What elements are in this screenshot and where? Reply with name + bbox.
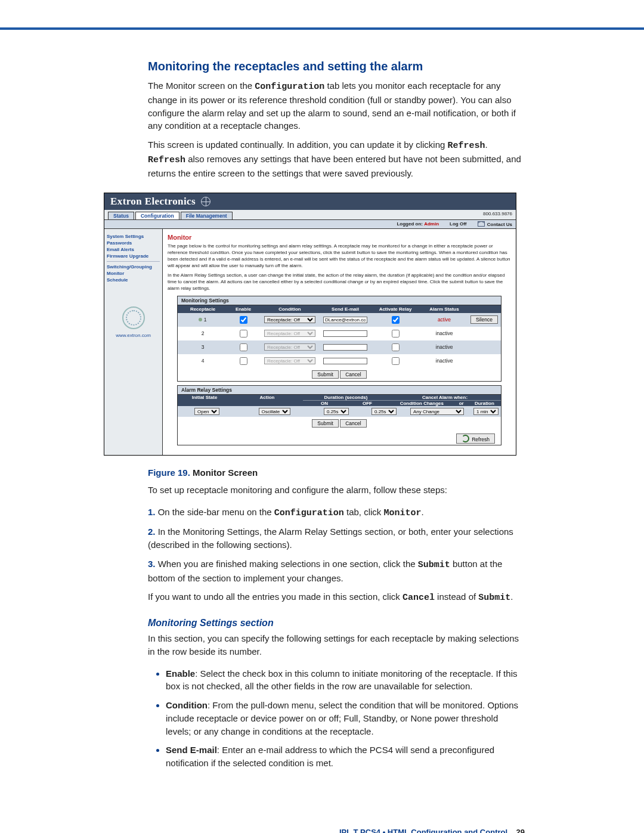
figure-caption: Figure 19. Monitor Screen	[148, 467, 525, 478]
logged-user: Admin	[424, 221, 439, 227]
code: Configuration	[274, 508, 344, 518]
condition-select[interactable]: Receptacle: Off	[264, 316, 315, 323]
alarm-status: active	[438, 317, 451, 323]
bullet-text: : Select the check box in this column to…	[166, 668, 517, 692]
panel-desc-1: The page below is the control for monito…	[168, 243, 511, 269]
refresh-button[interactable]: Refresh	[456, 433, 495, 444]
logoff-link[interactable]: Log Off	[450, 221, 466, 227]
subsection-heading: Monitoring Settings section	[148, 618, 525, 628]
relay-buttons: Submit Cancel	[178, 417, 501, 430]
contact-us-link[interactable]: Contact Us	[478, 221, 512, 227]
bullet-label: Condition	[166, 700, 208, 710]
enable-checkbox[interactable]	[240, 357, 247, 365]
code: Submit	[418, 560, 450, 570]
th-initial-state: Initial State	[178, 395, 231, 406]
steps-list: 1. On the side-bar menu on the Configura…	[148, 506, 525, 605]
sidebar-divider	[107, 261, 160, 262]
sidebar-item-switching-grouping[interactable]: Switching/Grouping	[107, 264, 160, 270]
enable-checkbox[interactable]	[240, 343, 247, 351]
receptacle-id: 4	[202, 358, 205, 364]
th-off: OFF	[346, 401, 389, 406]
relay-submit-button[interactable]: Submit	[312, 419, 338, 428]
receptacle-id: 1	[204, 317, 207, 323]
email-input[interactable]	[323, 317, 367, 323]
relay-panel-title: Alarm Relay Settings	[178, 386, 501, 395]
sidebar-item-system-settings[interactable]: System Settings	[107, 234, 160, 239]
activate-relay-checkbox[interactable]	[392, 357, 400, 365]
code-refresh: Refresh	[448, 141, 485, 151]
status-dot-icon	[199, 318, 202, 321]
relay-headers: Initial State Action Duration (seconds) …	[178, 395, 501, 406]
code: Monitor	[384, 508, 422, 518]
alarm-status: inactive	[436, 358, 453, 364]
silence-button[interactable]: Silence	[470, 315, 498, 324]
phone-number: 800.633.9876	[483, 211, 512, 216]
step-number: 1.	[148, 507, 156, 517]
panel-desc-2: In the Alarm Relay Settings section, a u…	[168, 272, 511, 292]
sidebar-item-monitor[interactable]: Monitor	[107, 271, 160, 276]
th-enable: Enable	[228, 305, 259, 313]
email-input[interactable]	[323, 344, 367, 351]
bullet-enable: Enable: Select the check box in this col…	[166, 667, 525, 693]
th-duration2: Duration	[468, 401, 501, 406]
bullet-text: : From the pull-down menu, select the co…	[166, 700, 518, 736]
monitor-screenshot: Extron Electronics Status Configuration …	[104, 193, 516, 456]
activate-relay-checkbox[interactable]	[392, 343, 400, 351]
enable-checkbox[interactable]	[240, 316, 247, 324]
enable-checkbox[interactable]	[240, 330, 247, 337]
text: If you want to undo all the entries you …	[148, 592, 402, 602]
steps-intro: To set up receptacle monitoring and conf…	[148, 484, 525, 497]
step-number: 3.	[148, 559, 156, 569]
refresh-icon	[462, 435, 469, 442]
tab-file-management[interactable]: File Management	[181, 212, 233, 219]
monitoring-settings-panel: Monitoring Settings Receptacle Enable Co…	[177, 296, 501, 382]
step-3-note: If you want to undo all the entries you …	[148, 590, 525, 605]
tab-row: Status Configuration File Management 800…	[104, 210, 516, 220]
text: .	[510, 592, 513, 602]
sidebar: System Settings Passwords Email Alerts F…	[104, 229, 163, 455]
paragraph-1: The Monitor screen on the Configuration …	[148, 79, 525, 132]
tab-configuration[interactable]: Configuration	[135, 212, 179, 219]
monitoring-submit-button[interactable]: Submit	[312, 370, 338, 379]
cancel-duration-select[interactable]: 1 min	[473, 408, 499, 415]
text: also removes any settings that have been…	[148, 154, 521, 178]
monitoring-cancel-button[interactable]: Cancel	[340, 370, 366, 379]
sidebar-item-schedule[interactable]: Schedule	[107, 277, 160, 283]
section-heading: Monitoring the receptacles and setting t…	[148, 60, 525, 73]
sidebar-item-email-alerts[interactable]: Email Alerts	[107, 247, 160, 252]
step-2: 2. In the Monitoring Settings, the Alarm…	[148, 525, 525, 552]
condition-select: Receptacle: Off	[264, 330, 315, 337]
th-cancel-alarm: Cancel Alarm when:	[389, 395, 501, 401]
monitoring-panel-title: Monitoring Settings	[178, 296, 501, 305]
bullet-condition: Condition: From the pull-down menu, sele…	[166, 699, 525, 738]
info-bar: Logged on: Admin Log Off Contact Us	[104, 220, 516, 229]
sidebar-item-passwords[interactable]: Passwords	[107, 240, 160, 246]
activate-relay-checkbox[interactable]	[392, 316, 400, 324]
envelope-icon	[478, 221, 485, 227]
monitoring-buttons: Submit Cancel	[178, 368, 501, 381]
relay-cancel-button[interactable]: Cancel	[340, 419, 366, 428]
bullet-list: Enable: Select the check box in this col…	[148, 667, 525, 770]
text: The Monitor screen on the	[148, 80, 255, 91]
action-select[interactable]: Oscillate	[259, 408, 290, 415]
brand-text: Extron Electronics	[110, 196, 196, 207]
email-input[interactable]	[323, 358, 367, 364]
tab-status[interactable]: Status	[108, 212, 134, 219]
sidebar-item-firmware-upgrade[interactable]: Firmware Upgrade	[107, 253, 160, 259]
step-number: 2.	[148, 527, 156, 537]
activate-relay-checkbox[interactable]	[392, 330, 400, 337]
bullet-label: Send E-mail	[166, 745, 217, 755]
contact-label: Contact Us	[487, 222, 512, 227]
condition-select: Receptacle: Off	[264, 357, 315, 364]
alarm-relay-panel: Alarm Relay Settings Initial State Actio…	[177, 385, 501, 445]
th-on: ON	[303, 401, 346, 406]
th-alarm-status: Alarm Status	[421, 305, 467, 313]
sidebar-url[interactable]: www.extron.com	[107, 333, 160, 338]
email-input[interactable]	[323, 330, 367, 337]
figure-title: Monitor Screen	[193, 467, 258, 478]
th-condition: Condition	[259, 305, 321, 313]
duration-off-select[interactable]: 0.25s	[371, 408, 397, 415]
duration-on-select[interactable]: 0.25s	[324, 408, 349, 415]
initial-state-select[interactable]: Open	[194, 408, 219, 415]
condition-changes-select[interactable]: Any Change	[410, 408, 464, 415]
